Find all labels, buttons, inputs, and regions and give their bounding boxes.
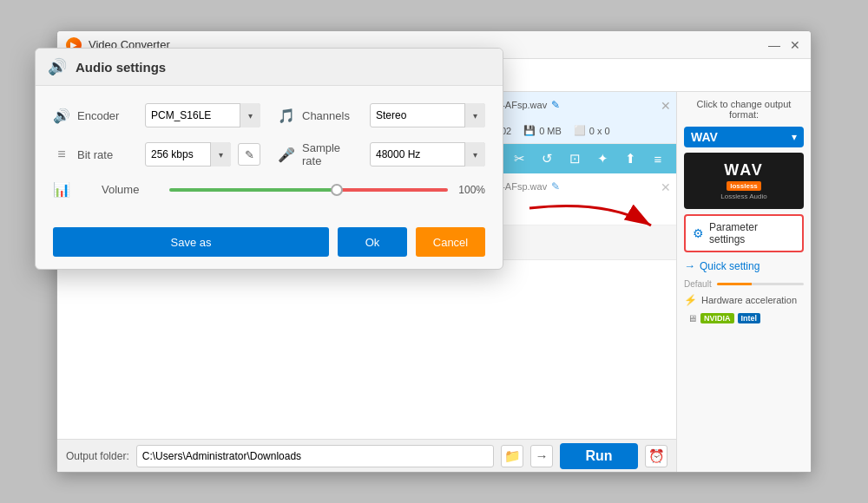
volume-row: 📊 Volume 100% [53, 181, 485, 198]
cancel-button[interactable]: Cancel [416, 227, 485, 257]
dialog-audio-icon: 🔊 [48, 57, 67, 76]
dialog-title-bar: 🔊 Audio settings [36, 49, 503, 86]
encoder-icon: 🔊 [53, 108, 70, 124]
bitrate-field: ≡ Bit rate 256 kbps ▾ ✎ [53, 142, 260, 167]
volume-thumb[interactable] [331, 184, 343, 196]
bitrate-select-wrapper: 256 kbps ▾ [145, 142, 231, 167]
encoder-label: Encoder [77, 109, 138, 122]
channels-label: Channels [302, 109, 363, 122]
samplerate-select-wrapper: 48000 Hz ▾ [370, 142, 485, 167]
encoder-field: 🔊 Encoder PCM_S16LE ▾ [53, 103, 260, 127]
bitrate-samplerate-row: ≡ Bit rate 256 kbps ▾ ✎ 🎤 Sample rate [53, 141, 485, 167]
audio-settings-dialog: 🔊 Audio settings 🔊 Encoder PCM_S16LE ▾ [35, 48, 503, 270]
samplerate-select[interactable]: 48000 Hz [370, 142, 485, 167]
samplerate-label: Sample rate [302, 141, 363, 167]
bitrate-select[interactable]: 256 kbps [145, 142, 231, 167]
encoder-channels-row: 🔊 Encoder PCM_S16LE ▾ 🎵 Channels [53, 103, 485, 127]
samplerate-icon: 🎤 [278, 147, 295, 163]
channels-select-wrapper: Stereo ▾ [370, 103, 485, 127]
volume-icon: 📊 [53, 181, 70, 198]
bitrate-icon: ≡ [53, 147, 70, 162]
channels-select[interactable]: Stereo [370, 103, 485, 127]
encoder-select-wrapper: PCM_S16LE ▾ [145, 103, 260, 127]
channels-field: 🎵 Channels Stereo ▾ [278, 103, 485, 127]
save-as-button[interactable]: Save as [53, 227, 329, 257]
bitrate-edit-button[interactable]: ✎ [238, 143, 260, 166]
dialog-title: Audio settings [76, 60, 166, 75]
encoder-select[interactable]: PCM_S16LE [145, 103, 260, 127]
channels-icon: 🎵 [278, 108, 295, 124]
ok-button[interactable]: Ok [338, 227, 407, 257]
volume-slider[interactable] [169, 188, 448, 192]
dialog-body: 🔊 Encoder PCM_S16LE ▾ 🎵 Channels [36, 86, 503, 220]
dialog-overlay: 🔊 Audio settings 🔊 Encoder PCM_S16LE ▾ [0, 0, 868, 503]
dialog-footer: Save as Ok Cancel [36, 220, 503, 269]
samplerate-field: 🎤 Sample rate 48000 Hz ▾ [278, 141, 485, 167]
bitrate-label: Bit rate [77, 148, 138, 161]
volume-label: Volume [102, 183, 162, 196]
volume-percent: 100% [455, 184, 485, 196]
